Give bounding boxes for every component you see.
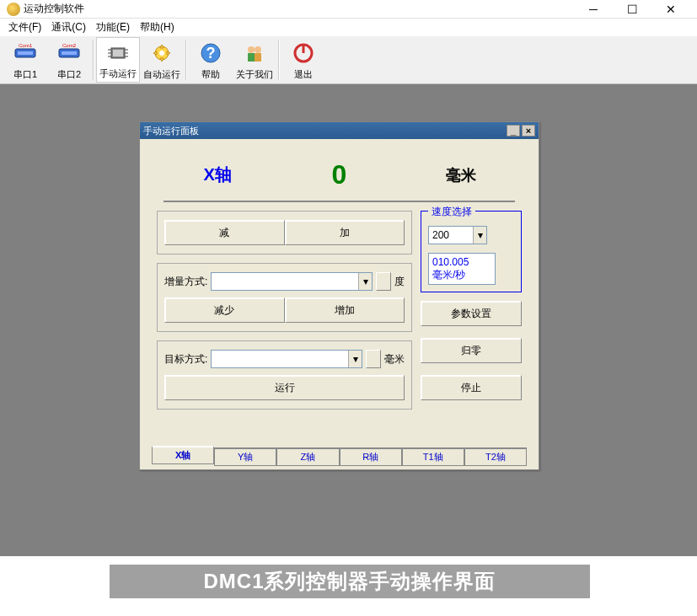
toolbar: Com1 串口1 Com2 串口2 手动运行 自动运行 ? 帮助 关于我们 [0, 35, 697, 84]
svg-rect-4 [62, 51, 77, 55]
toolbar-separator [185, 40, 187, 80]
manual-panel-window: 手动运行面板 _ × X轴 0 毫米 减 加 [139, 121, 539, 470]
svg-rect-7 [113, 50, 123, 56]
toolbar-com1-label: 串口1 [13, 68, 37, 81]
svg-point-18 [248, 46, 255, 53]
svg-rect-19 [248, 53, 255, 62]
chevron-down-icon[interactable]: ▾ [473, 227, 486, 244]
toolbar-com2-button[interactable]: Com2 串口2 [47, 37, 91, 83]
tab-r-axis[interactable]: R轴 [340, 447, 402, 466]
window-controls: ─ ☐ ✕ [574, 0, 690, 19]
increment-step-button[interactable] [376, 272, 391, 291]
app-title: 运动控制软件 [24, 2, 574, 16]
minimize-button[interactable]: ─ [574, 0, 613, 19]
caption-banner: DMC1系列控制器手动操作界面 [110, 565, 590, 598]
content-row: 减 加 增量方式: ▾ 度 [152, 202, 527, 426]
svg-text:?: ? [206, 45, 216, 62]
toolbar-exit-button[interactable]: 退出 [281, 37, 325, 83]
gear-icon [148, 40, 175, 67]
toolbar-manual-button[interactable]: 手动运行 [96, 37, 140, 83]
tab-x-axis[interactable]: X轴 [152, 446, 214, 464]
right-column: 速度选择 200 ▾ 010.005 毫米/秒 参数设置 [421, 211, 522, 418]
toolbar-auto-button[interactable]: 自动运行 [140, 37, 184, 83]
toolbar-manual-label: 手动运行 [99, 67, 137, 80]
menu-comm[interactable]: 通讯(C) [46, 19, 91, 36]
panel-titlebar: 手动运行面板 _ × [140, 122, 539, 139]
param-settings-button[interactable]: 参数设置 [421, 301, 522, 326]
svg-text:Com1: Com1 [19, 44, 33, 48]
speed-group: 速度选择 200 ▾ 010.005 毫米/秒 [421, 211, 522, 292]
speed-display-unit: 毫米/秒 [432, 268, 491, 282]
position-reading: 0 [288, 159, 389, 190]
speed-display-num: 010.005 [432, 256, 491, 268]
chevron-down-icon[interactable]: ▾ [358, 273, 372, 290]
run-button[interactable]: 运行 [164, 375, 405, 400]
toolbar-separator [93, 40, 94, 80]
speed-combo[interactable]: 200 ▾ [428, 226, 487, 244]
stop-button[interactable]: 停止 [421, 375, 522, 400]
increment-group: 增量方式: ▾ 度 减少 增加 [157, 263, 412, 332]
menubar: 文件(F) 通讯(C) 功能(E) 帮助(H) [0, 19, 697, 35]
target-unit: 毫米 [384, 352, 405, 367]
toolbar-auto-label: 自动运行 [143, 68, 180, 81]
tab-z-axis[interactable]: Z轴 [276, 447, 339, 466]
chip-icon [105, 40, 131, 66]
help-icon: ? [197, 40, 224, 67]
toolbar-com2-label: 串口2 [57, 68, 81, 81]
toolbar-exit-label: 退出 [294, 68, 313, 81]
toolbar-help-button[interactable]: ? 帮助 [189, 37, 233, 83]
people-icon [241, 40, 268, 67]
tab-y-axis[interactable]: Y轴 [214, 447, 276, 466]
speed-display: 010.005 毫米/秒 [428, 253, 496, 285]
menu-help[interactable]: 帮助(H) [135, 19, 180, 36]
axis-label: X轴 [184, 163, 251, 186]
position-display-row: X轴 0 毫米 [157, 153, 522, 201]
home-button[interactable]: 归零 [421, 338, 522, 363]
power-icon [290, 40, 317, 67]
target-label: 目标方式: [164, 352, 207, 367]
axis-tabs: X轴 Y轴 Z轴 R轴 T1轴 T2轴 [152, 447, 527, 466]
toolbar-about-button[interactable]: 关于我们 [233, 37, 276, 83]
toolbar-help-label: 帮助 [201, 68, 220, 81]
increase-button[interactable]: 增加 [285, 297, 405, 323]
increment-label: 增量方式: [164, 275, 207, 289]
menu-function[interactable]: 功能(E) [91, 19, 135, 36]
mdi-client-area: 手动运行面板 _ × X轴 0 毫米 减 加 [0, 84, 697, 556]
panel-body: X轴 0 毫米 减 加 增量方 [140, 139, 539, 469]
position-unit: 毫米 [427, 165, 495, 185]
increment-unit: 度 [394, 275, 405, 289]
app-icon [7, 3, 20, 16]
maximize-button[interactable]: ☐ [613, 0, 651, 19]
toolbar-about-label: 关于我们 [236, 68, 273, 81]
jog-plus-button[interactable]: 加 [285, 220, 405, 245]
svg-rect-21 [255, 53, 261, 62]
target-group: 目标方式: ▾ 毫米 运行 [157, 340, 412, 410]
speed-value: 200 [429, 229, 453, 241]
svg-point-20 [255, 46, 261, 53]
tab-t1-axis[interactable]: T1轴 [402, 447, 464, 466]
svg-point-15 [159, 51, 164, 56]
com-port-icon: Com2 [56, 40, 83, 67]
chevron-down-icon[interactable]: ▾ [348, 351, 362, 367]
left-column: 减 加 增量方式: ▾ 度 [157, 211, 412, 418]
jog-minus-button[interactable]: 减 [164, 220, 285, 245]
decrease-button[interactable]: 减少 [164, 297, 285, 323]
speed-group-title: 速度选择 [428, 205, 475, 219]
svg-rect-1 [18, 51, 33, 55]
target-step-button[interactable] [366, 350, 381, 368]
panel-title: 手动运行面板 [143, 125, 505, 137]
com-port-icon: Com1 [12, 40, 39, 67]
close-button[interactable]: ✕ [651, 0, 690, 19]
panel-close-button[interactable]: × [522, 125, 535, 137]
toolbar-separator [278, 40, 280, 80]
increment-combo[interactable]: ▾ [211, 272, 373, 291]
menu-file[interactable]: 文件(F) [3, 19, 46, 36]
panel-minimize-button[interactable]: _ [507, 125, 520, 137]
target-combo[interactable]: ▾ [211, 350, 362, 368]
svg-text:Com2: Com2 [62, 44, 77, 48]
toolbar-com1-button[interactable]: Com1 串口1 [3, 37, 47, 83]
app-titlebar: 运动控制软件 ─ ☐ ✕ [0, 0, 697, 19]
jog-group: 减 加 [157, 211, 412, 254]
tab-t2-axis[interactable]: T2轴 [464, 447, 527, 466]
